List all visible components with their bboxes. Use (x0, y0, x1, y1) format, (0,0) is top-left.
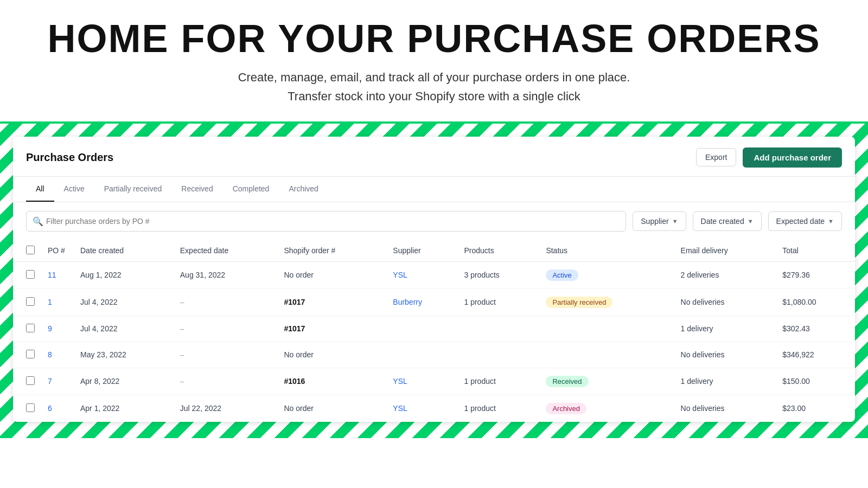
shopify-order-link[interactable]: #1017 (284, 298, 305, 306)
table-row: 6Apr 1, 2022Jul 22, 2022No orderYSL1 pro… (13, 395, 855, 422)
total-cell: $279.36 (776, 261, 855, 288)
hero-title: HOME FOR YOUR PURCHASE ORDERS (11, 17, 857, 60)
products-cell (457, 316, 539, 342)
total-cell: $302.43 (776, 316, 855, 342)
po-link[interactable]: 11 (48, 271, 56, 279)
shopify-order-cell: No order (277, 261, 386, 288)
supplier-filter-button[interactable]: Supplier ▼ (633, 211, 686, 231)
status-badge: Archived (546, 403, 586, 414)
supplier-link[interactable]: Burberry (393, 298, 422, 306)
expected-date-cell: – (174, 342, 278, 368)
shopify-order-cell: No order (277, 342, 386, 368)
table-row: 11Aug 1, 2022Aug 31, 2022No orderYSL3 pr… (13, 261, 855, 288)
col-total: Total (776, 240, 855, 262)
col-supplier: Supplier (386, 240, 457, 262)
col-expected-date: Expected date (174, 240, 278, 262)
tab-active[interactable]: Active (54, 177, 94, 202)
status-cell (539, 316, 674, 342)
add-purchase-order-button[interactable]: Add purchase order (743, 147, 842, 168)
date-created-filter-label: Date created (701, 217, 744, 226)
stripe-background: Purchase Orders Export Add purchase orde… (0, 124, 868, 438)
col-po: PO # (41, 240, 74, 262)
total-cell: $346,922 (776, 342, 855, 368)
expected-date-cell: Aug 31, 2022 (174, 261, 278, 288)
supplier-link[interactable]: YSL (393, 377, 407, 386)
total-cell: $1,080.00 (776, 288, 855, 316)
expected-date-chevron-icon: ▼ (828, 218, 834, 224)
supplier-cell (386, 316, 457, 342)
col-checkbox (13, 240, 41, 262)
select-all-checkbox[interactable] (26, 246, 35, 254)
total-cell: $23.00 (776, 395, 855, 422)
status-cell: Archived (539, 395, 674, 422)
date-created-filter-button[interactable]: Date created ▼ (693, 211, 762, 231)
status-badge: Received (546, 376, 588, 387)
supplier-filter-label: Supplier (641, 217, 668, 226)
po-link[interactable]: 6 (48, 404, 52, 413)
date-created-cell: Aug 1, 2022 (74, 261, 174, 288)
po-link[interactable]: 7 (48, 377, 52, 386)
purchase-orders-table: PO # Date created Expected date Shopify … (13, 240, 855, 422)
products-cell (457, 342, 539, 368)
status-cell: Partially received (539, 288, 674, 316)
purchase-orders-card: Purchase Orders Export Add purchase orde… (13, 137, 855, 422)
supplier-link[interactable]: YSL (393, 271, 407, 279)
row-checkbox[interactable] (26, 376, 35, 385)
status-badge: Partially received (546, 297, 612, 308)
email-delivery-cell: No deliveries (674, 288, 776, 316)
products-cell: 3 products (457, 261, 539, 288)
col-shopify-order: Shopify order # (277, 240, 386, 262)
table-row: 8May 23, 2022–No orderNo deliveries$346,… (13, 342, 855, 368)
date-created-cell: Apr 1, 2022 (74, 395, 174, 422)
table-row: 1Jul 4, 2022–#1017Burberry1 productParti… (13, 288, 855, 316)
supplier-link[interactable]: YSL (393, 404, 407, 413)
tab-partially-received[interactable]: Partially received (94, 177, 172, 202)
products-cell: 1 product (457, 288, 539, 316)
shopify-order-link[interactable]: #1017 (284, 324, 305, 333)
shopify-order-cell: #1017 (277, 288, 386, 316)
total-cell: $150.00 (776, 368, 855, 395)
row-checkbox[interactable] (26, 270, 35, 279)
hero-subtitle: Create, manage, email, and track all of … (11, 68, 857, 106)
supplier-cell: Burberry (386, 288, 457, 316)
row-checkbox[interactable] (26, 297, 35, 306)
po-link[interactable]: 1 (48, 298, 52, 306)
table-row: 7Apr 8, 2022–#1016YSL1 productReceived1 … (13, 368, 855, 395)
col-status: Status (539, 240, 674, 262)
supplier-cell: YSL (386, 261, 457, 288)
expected-date-cell: – (174, 368, 278, 395)
export-button[interactable]: Export (696, 148, 736, 166)
row-checkbox[interactable] (26, 403, 35, 412)
hero-section: HOME FOR YOUR PURCHASE ORDERS Create, ma… (0, 0, 868, 124)
email-delivery-cell: No deliveries (674, 395, 776, 422)
header-actions: Export Add purchase order (696, 147, 842, 168)
po-link[interactable]: 8 (48, 350, 52, 359)
status-badge: Active (546, 269, 578, 281)
search-icon: 🔍 (33, 216, 43, 226)
supplier-cell (386, 342, 457, 368)
tabs-bar: All Active Partially received Received C… (13, 177, 855, 202)
expected-date-cell: – (174, 316, 278, 342)
row-checkbox[interactable] (26, 324, 35, 332)
email-delivery-cell: 1 delivery (674, 316, 776, 342)
search-input[interactable] (26, 211, 626, 232)
date-created-cell: Jul 4, 2022 (74, 288, 174, 316)
tab-all[interactable]: All (26, 177, 54, 202)
date-created-chevron-icon: ▼ (748, 218, 754, 224)
tab-received[interactable]: Received (171, 177, 222, 202)
po-link[interactable]: 9 (48, 324, 52, 333)
row-checkbox[interactable] (26, 350, 35, 358)
status-cell (539, 342, 674, 368)
tab-archived[interactable]: Archived (279, 177, 328, 202)
search-wrapper: 🔍 (26, 211, 626, 232)
supplier-chevron-icon: ▼ (672, 218, 678, 224)
col-date-created: Date created (74, 240, 174, 262)
col-email-delivery: Email delivery (674, 240, 776, 262)
col-products: Products (457, 240, 539, 262)
tab-completed[interactable]: Completed (223, 177, 279, 202)
date-created-cell: Jul 4, 2022 (74, 316, 174, 342)
expected-date-filter-button[interactable]: Expected date ▼ (768, 211, 842, 231)
table-body: 11Aug 1, 2022Aug 31, 2022No orderYSL3 pr… (13, 261, 855, 422)
shopify-order-link[interactable]: #1016 (284, 377, 305, 386)
date-created-cell: May 23, 2022 (74, 342, 174, 368)
